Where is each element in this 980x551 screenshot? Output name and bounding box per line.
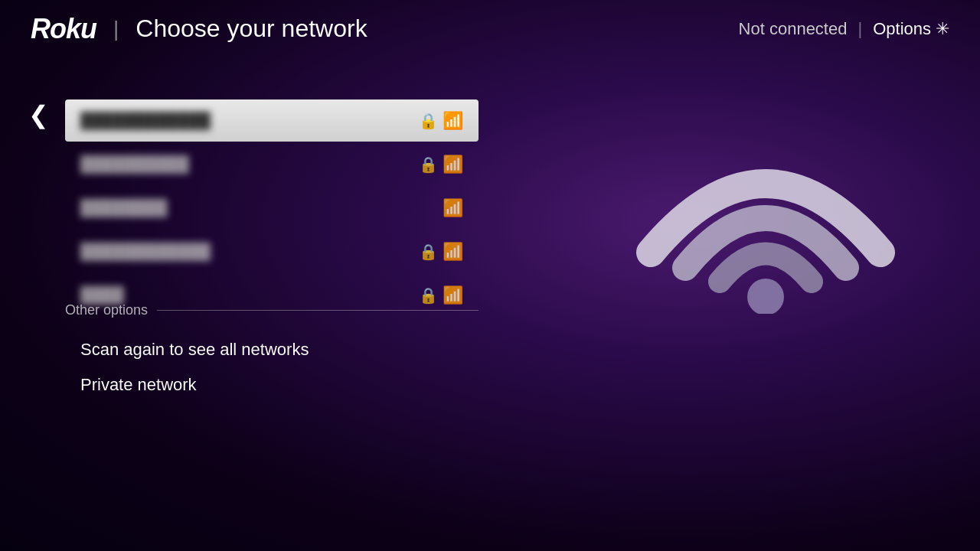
options-icon: ✳ — [936, 19, 949, 39]
scan-again-label: Scan again to see all networks — [80, 340, 309, 359]
lock-icon: 🔒 — [419, 112, 438, 130]
wifi-signal-icon: 📶 — [443, 198, 463, 218]
private-network-label: Private network — [80, 375, 197, 394]
network-list: ████████████ 🔒 📶 ██████████ 🔒 📶 ████████… — [65, 99, 479, 318]
header: Roku | Choose your network Not connected… — [0, 0, 980, 57]
header-left: Roku | Choose your network — [31, 13, 368, 45]
network-icons: 🔒 📶 — [419, 242, 463, 262]
options-label: Options — [873, 19, 931, 39]
page-title: Choose your network — [136, 15, 367, 43]
back-icon: ❮ — [28, 100, 49, 129]
network-name: ██████████ — [80, 155, 189, 173]
network-item[interactable]: ████████████ 🔒 📶 — [65, 230, 479, 272]
lock-icon: 🔒 — [419, 286, 438, 305]
lock-icon: 🔒 — [419, 155, 438, 174]
network-icons: 📶 — [443, 198, 463, 218]
options-button[interactable]: Options ✳ — [873, 19, 949, 39]
other-options-section: Other options Scan again to see all netw… — [65, 302, 479, 403]
other-options-divider-line — [157, 310, 479, 311]
network-item[interactable]: ████████████ 🔒 📶 — [65, 99, 479, 142]
wifi-graphic — [628, 99, 903, 314]
network-icons: 🔒 📶 — [419, 155, 463, 174]
network-item[interactable]: ██████████ 🔒 📶 — [65, 143, 479, 185]
header-title-divider: | — [113, 17, 119, 41]
wifi-signal-icon: 📶 — [443, 155, 463, 174]
private-network-option[interactable]: Private network — [65, 367, 479, 403]
network-name: ████████████ — [80, 112, 211, 129]
roku-logo: Roku — [31, 13, 96, 45]
header-right: Not connected | Options ✳ — [739, 19, 949, 39]
header-right-divider: | — [858, 19, 862, 39]
network-icons: 🔒 📶 — [419, 111, 463, 131]
scan-again-option[interactable]: Scan again to see all networks — [65, 332, 479, 367]
wifi-signal-icon: 📶 — [443, 242, 463, 262]
network-item[interactable]: ████████ 📶 — [65, 187, 479, 229]
svg-point-0 — [747, 279, 784, 314]
network-name: ████████████ — [80, 243, 211, 260]
other-options-header: Other options — [65, 302, 479, 318]
connection-status: Not connected — [739, 19, 848, 39]
lock-icon: 🔒 — [419, 243, 438, 261]
network-name: ████████ — [80, 199, 167, 217]
roku-logo-text: Roku — [31, 13, 96, 45]
other-options-label: Other options — [65, 302, 148, 318]
network-name: ████ — [80, 286, 124, 304]
back-button[interactable]: ❮ — [23, 99, 54, 130]
wifi-svg — [628, 99, 903, 314]
wifi-signal-icon: 📶 — [443, 111, 463, 131]
